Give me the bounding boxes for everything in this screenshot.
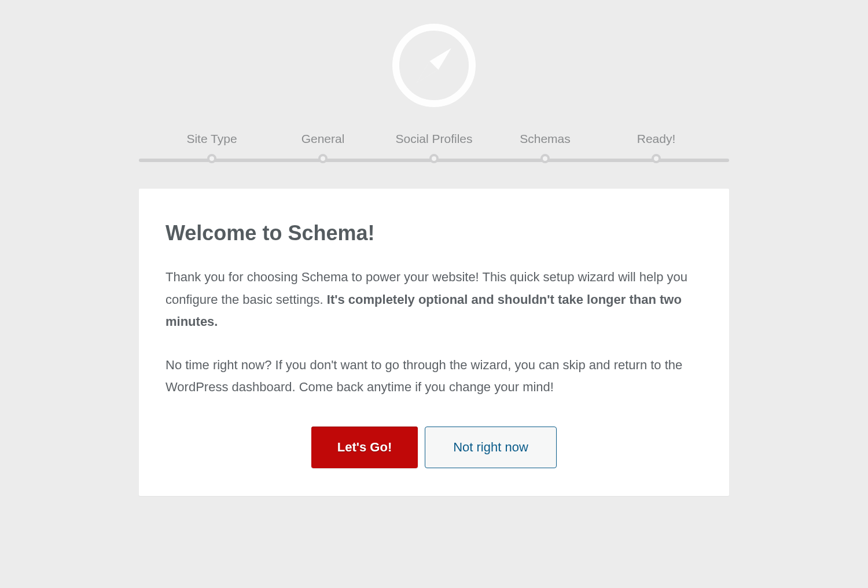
step-dot [429, 154, 439, 163]
step-dot [318, 154, 328, 163]
step-label: Social Profiles [395, 132, 472, 146]
page-title: Welcome to Schema! [165, 221, 703, 245]
step-dot [652, 154, 661, 163]
step-schemas[interactable]: Schemas [499, 132, 591, 163]
step-label: Site Type [186, 132, 237, 146]
progress-steps: Site Type General Social Profiles Schema… [139, 132, 729, 172]
step-label: Ready! [637, 132, 676, 146]
intro-paragraph: Thank you for choosing Schema to power y… [165, 266, 703, 333]
wizard-container: Site Type General Social Profiles Schema… [127, 0, 741, 565]
actions-row: Let's Go! Not right now [165, 427, 703, 468]
step-dot [540, 154, 550, 163]
step-label: Schemas [520, 132, 571, 146]
step-label: General [301, 132, 345, 146]
progress-steps-list: Site Type General Social Profiles Schema… [139, 132, 729, 163]
lets-go-button[interactable]: Let's Go! [311, 427, 418, 468]
step-social-profiles[interactable]: Social Profiles [388, 132, 480, 163]
wizard-card: Welcome to Schema! Thank you for choosin… [139, 189, 729, 496]
step-ready[interactable]: Ready! [610, 132, 703, 163]
not-right-now-button[interactable]: Not right now [425, 427, 557, 468]
step-general[interactable]: General [277, 132, 369, 163]
step-site-type[interactable]: Site Type [165, 132, 258, 163]
skip-paragraph: No time right now? If you don't want to … [165, 354, 703, 399]
logo-wrap [139, 0, 729, 132]
step-dot [207, 154, 216, 163]
compass-logo-icon [391, 22, 477, 109]
